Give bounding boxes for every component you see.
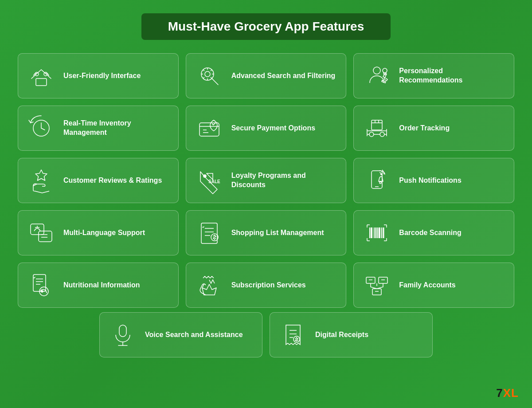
phone-bell-icon	[362, 165, 392, 196]
receipt-dollar-icon	[278, 320, 308, 350]
svg-rect-18	[39, 231, 52, 242]
label-nutritional: Nutritional Information	[63, 281, 140, 290]
label-digital-receipts: Digital Receipts	[315, 330, 368, 340]
stars-hand-icon	[26, 165, 56, 196]
svg-rect-17	[31, 224, 44, 235]
label-push-notifications: Push Notifications	[399, 176, 461, 185]
svg-point-11	[380, 132, 384, 137]
card-voice-search: Voice Search and Assistance	[99, 312, 262, 357]
box-track-icon	[362, 113, 392, 143]
page-title: Must-Have Grocery App Features	[168, 20, 364, 33]
card-nutritional: Nutritional Information	[18, 263, 179, 308]
svg-point-12	[203, 175, 206, 177]
clock-refresh-icon	[26, 113, 56, 143]
label-advanced-search: Advanced Search and Filtering	[231, 71, 336, 81]
label-subscription: Subscription Services	[231, 281, 306, 290]
watermark: 7XL	[496, 386, 519, 400]
card-loyalty-programs: SALE Loyalty Programs and Discounts	[186, 158, 347, 203]
watermark-seven: 7	[496, 386, 503, 400]
label-order-tracking: Order Tracking	[399, 124, 450, 133]
label-secure-payment: Secure Payment Options	[231, 124, 315, 133]
label-user-friendly: User-Friendly Interface	[63, 71, 141, 81]
card-realtime-inventory: Real-Time Inventory Management	[18, 106, 179, 151]
sale-tag-icon: SALE	[194, 165, 224, 196]
card-user-friendly: User-Friendly Interface	[18, 53, 179, 98]
label-multi-language: Multi-Language Support	[63, 228, 145, 238]
hand-crown-icon	[194, 270, 224, 300]
svg-rect-33	[379, 277, 387, 283]
card-shopping-list: Shopping List Management	[186, 210, 347, 255]
label-realtime-inventory: Real-Time Inventory Management	[63, 119, 170, 137]
label-barcode-scanning: Barcode Scanning	[399, 228, 461, 238]
card-subscription: Subscription Services	[186, 263, 347, 308]
checklist-dollar-icon	[194, 218, 224, 248]
svg-point-31	[41, 290, 43, 292]
main-container: Must-Have Grocery App Features User-Frie…	[0, 0, 532, 408]
features-grid: User-Friendly Interface Advanced Search …	[18, 53, 514, 308]
label-family-accounts: Family Accounts	[399, 281, 455, 290]
svg-point-6	[383, 68, 387, 73]
svg-point-10	[369, 132, 374, 137]
svg-point-5	[373, 67, 380, 74]
card-order-tracking: Order Tracking	[353, 106, 514, 151]
family-chart-icon	[362, 270, 392, 300]
card-customer-reviews: Customer Reviews & Ratings	[18, 158, 179, 203]
card-secure-payment: Secure Payment Options	[186, 106, 347, 151]
label-personalized: Personalized Recommendations	[399, 67, 506, 85]
card-push-notifications: Push Notifications	[353, 158, 514, 203]
svg-point-16	[379, 182, 381, 184]
svg-rect-0	[36, 78, 47, 86]
label-shopping-list: Shopping List Management	[231, 228, 324, 238]
card-multi-language: Multi-Language Support	[18, 210, 179, 255]
svg-rect-34	[372, 289, 381, 295]
title-box: Must-Have Grocery App Features	[141, 13, 391, 40]
watermark-xl: XL	[503, 386, 519, 400]
svg-rect-8	[200, 123, 219, 136]
svg-rect-19	[201, 223, 217, 243]
svg-rect-9	[372, 120, 382, 130]
card-family-accounts: Family Accounts	[353, 263, 514, 308]
card-barcode-scanning: Barcode Scanning	[353, 210, 514, 255]
card-shield-icon	[194, 113, 224, 143]
food-checklist-icon	[26, 270, 56, 300]
bottom-row: Voice Search and Assistance Digital Rece…	[18, 312, 514, 357]
translate-icon	[26, 218, 56, 248]
label-voice-search: Voice Search and Assistance	[145, 330, 243, 340]
label-customer-reviews: Customer Reviews & Ratings	[63, 176, 162, 185]
search-gear-icon	[194, 61, 224, 91]
person-thumb-icon	[362, 61, 392, 91]
card-digital-receipts: Digital Receipts	[270, 312, 433, 357]
svg-rect-32	[366, 277, 375, 283]
card-advanced-search: Advanced Search and Filtering	[186, 53, 347, 98]
svg-point-15	[380, 173, 382, 175]
house-people-icon	[26, 61, 56, 91]
label-loyalty-programs: Loyalty Programs and Discounts	[231, 171, 338, 190]
svg-text:SALE: SALE	[208, 179, 220, 184]
barcode-icon	[362, 218, 392, 248]
svg-point-4	[205, 71, 210, 77]
card-personalized: Personalized Recommendations	[353, 53, 514, 98]
svg-rect-35	[119, 325, 126, 337]
microphone-icon	[108, 320, 138, 350]
